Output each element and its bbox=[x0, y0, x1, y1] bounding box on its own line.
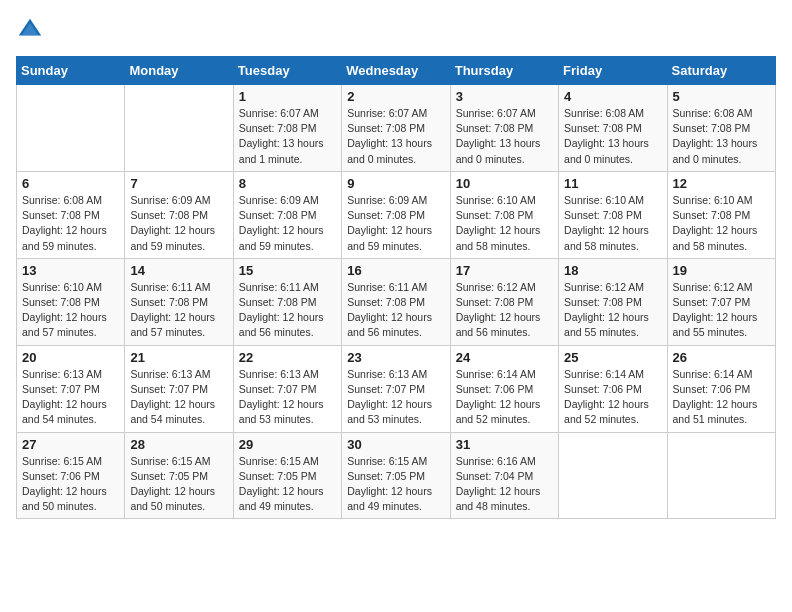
day-info: Sunrise: 6:13 AM Sunset: 7:07 PM Dayligh… bbox=[22, 367, 119, 428]
calendar-day-cell: 2Sunrise: 6:07 AM Sunset: 7:08 PM Daylig… bbox=[342, 85, 450, 172]
page-header bbox=[16, 16, 776, 44]
day-number: 4 bbox=[564, 89, 661, 104]
calendar-day-cell: 16Sunrise: 6:11 AM Sunset: 7:08 PM Dayli… bbox=[342, 258, 450, 345]
day-number: 14 bbox=[130, 263, 227, 278]
day-info: Sunrise: 6:12 AM Sunset: 7:08 PM Dayligh… bbox=[564, 280, 661, 341]
calendar-day-cell: 27Sunrise: 6:15 AM Sunset: 7:06 PM Dayli… bbox=[17, 432, 125, 519]
calendar-week-row: 20Sunrise: 6:13 AM Sunset: 7:07 PM Dayli… bbox=[17, 345, 776, 432]
day-info: Sunrise: 6:08 AM Sunset: 7:08 PM Dayligh… bbox=[564, 106, 661, 167]
calendar-day-cell: 5Sunrise: 6:08 AM Sunset: 7:08 PM Daylig… bbox=[667, 85, 775, 172]
day-info: Sunrise: 6:14 AM Sunset: 7:06 PM Dayligh… bbox=[564, 367, 661, 428]
day-info: Sunrise: 6:08 AM Sunset: 7:08 PM Dayligh… bbox=[673, 106, 770, 167]
day-number: 6 bbox=[22, 176, 119, 191]
calendar-day-cell: 18Sunrise: 6:12 AM Sunset: 7:08 PM Dayli… bbox=[559, 258, 667, 345]
calendar-week-row: 1Sunrise: 6:07 AM Sunset: 7:08 PM Daylig… bbox=[17, 85, 776, 172]
calendar-week-row: 27Sunrise: 6:15 AM Sunset: 7:06 PM Dayli… bbox=[17, 432, 776, 519]
day-info: Sunrise: 6:10 AM Sunset: 7:08 PM Dayligh… bbox=[564, 193, 661, 254]
weekday-header: Friday bbox=[559, 57, 667, 85]
day-info: Sunrise: 6:15 AM Sunset: 7:06 PM Dayligh… bbox=[22, 454, 119, 515]
day-info: Sunrise: 6:11 AM Sunset: 7:08 PM Dayligh… bbox=[347, 280, 444, 341]
calendar-day-cell: 14Sunrise: 6:11 AM Sunset: 7:08 PM Dayli… bbox=[125, 258, 233, 345]
calendar-day-cell: 13Sunrise: 6:10 AM Sunset: 7:08 PM Dayli… bbox=[17, 258, 125, 345]
calendar-day-cell bbox=[125, 85, 233, 172]
calendar-day-cell: 3Sunrise: 6:07 AM Sunset: 7:08 PM Daylig… bbox=[450, 85, 558, 172]
day-info: Sunrise: 6:14 AM Sunset: 7:06 PM Dayligh… bbox=[673, 367, 770, 428]
weekday-header: Tuesday bbox=[233, 57, 341, 85]
calendar-day-cell: 6Sunrise: 6:08 AM Sunset: 7:08 PM Daylig… bbox=[17, 171, 125, 258]
calendar-day-cell: 28Sunrise: 6:15 AM Sunset: 7:05 PM Dayli… bbox=[125, 432, 233, 519]
day-number: 28 bbox=[130, 437, 227, 452]
calendar-day-cell: 23Sunrise: 6:13 AM Sunset: 7:07 PM Dayli… bbox=[342, 345, 450, 432]
calendar-day-cell: 9Sunrise: 6:09 AM Sunset: 7:08 PM Daylig… bbox=[342, 171, 450, 258]
day-info: Sunrise: 6:11 AM Sunset: 7:08 PM Dayligh… bbox=[130, 280, 227, 341]
day-number: 2 bbox=[347, 89, 444, 104]
day-number: 24 bbox=[456, 350, 553, 365]
day-info: Sunrise: 6:11 AM Sunset: 7:08 PM Dayligh… bbox=[239, 280, 336, 341]
day-number: 15 bbox=[239, 263, 336, 278]
calendar-day-cell: 17Sunrise: 6:12 AM Sunset: 7:08 PM Dayli… bbox=[450, 258, 558, 345]
calendar-day-cell: 19Sunrise: 6:12 AM Sunset: 7:07 PM Dayli… bbox=[667, 258, 775, 345]
calendar-table: SundayMondayTuesdayWednesdayThursdayFrid… bbox=[16, 56, 776, 519]
day-info: Sunrise: 6:10 AM Sunset: 7:08 PM Dayligh… bbox=[673, 193, 770, 254]
day-number: 17 bbox=[456, 263, 553, 278]
day-info: Sunrise: 6:09 AM Sunset: 7:08 PM Dayligh… bbox=[130, 193, 227, 254]
day-info: Sunrise: 6:12 AM Sunset: 7:08 PM Dayligh… bbox=[456, 280, 553, 341]
day-info: Sunrise: 6:07 AM Sunset: 7:08 PM Dayligh… bbox=[456, 106, 553, 167]
day-info: Sunrise: 6:14 AM Sunset: 7:06 PM Dayligh… bbox=[456, 367, 553, 428]
day-info: Sunrise: 6:15 AM Sunset: 7:05 PM Dayligh… bbox=[347, 454, 444, 515]
calendar-day-cell: 31Sunrise: 6:16 AM Sunset: 7:04 PM Dayli… bbox=[450, 432, 558, 519]
weekday-header: Monday bbox=[125, 57, 233, 85]
calendar-day-cell: 20Sunrise: 6:13 AM Sunset: 7:07 PM Dayli… bbox=[17, 345, 125, 432]
calendar-day-cell: 1Sunrise: 6:07 AM Sunset: 7:08 PM Daylig… bbox=[233, 85, 341, 172]
weekday-header: Sunday bbox=[17, 57, 125, 85]
day-info: Sunrise: 6:09 AM Sunset: 7:08 PM Dayligh… bbox=[347, 193, 444, 254]
day-number: 27 bbox=[22, 437, 119, 452]
day-number: 30 bbox=[347, 437, 444, 452]
day-number: 22 bbox=[239, 350, 336, 365]
day-number: 21 bbox=[130, 350, 227, 365]
calendar-day-cell: 30Sunrise: 6:15 AM Sunset: 7:05 PM Dayli… bbox=[342, 432, 450, 519]
day-number: 12 bbox=[673, 176, 770, 191]
calendar-day-cell: 21Sunrise: 6:13 AM Sunset: 7:07 PM Dayli… bbox=[125, 345, 233, 432]
day-number: 5 bbox=[673, 89, 770, 104]
weekday-header: Thursday bbox=[450, 57, 558, 85]
calendar-day-cell: 11Sunrise: 6:10 AM Sunset: 7:08 PM Dayli… bbox=[559, 171, 667, 258]
calendar-week-row: 6Sunrise: 6:08 AM Sunset: 7:08 PM Daylig… bbox=[17, 171, 776, 258]
day-number: 8 bbox=[239, 176, 336, 191]
day-info: Sunrise: 6:13 AM Sunset: 7:07 PM Dayligh… bbox=[239, 367, 336, 428]
weekday-header: Wednesday bbox=[342, 57, 450, 85]
calendar-week-row: 13Sunrise: 6:10 AM Sunset: 7:08 PM Dayli… bbox=[17, 258, 776, 345]
calendar-day-cell bbox=[667, 432, 775, 519]
calendar-day-cell: 7Sunrise: 6:09 AM Sunset: 7:08 PM Daylig… bbox=[125, 171, 233, 258]
day-number: 7 bbox=[130, 176, 227, 191]
day-number: 31 bbox=[456, 437, 553, 452]
calendar-day-cell: 25Sunrise: 6:14 AM Sunset: 7:06 PM Dayli… bbox=[559, 345, 667, 432]
day-info: Sunrise: 6:09 AM Sunset: 7:08 PM Dayligh… bbox=[239, 193, 336, 254]
day-number: 10 bbox=[456, 176, 553, 191]
calendar-day-cell: 10Sunrise: 6:10 AM Sunset: 7:08 PM Dayli… bbox=[450, 171, 558, 258]
day-number: 13 bbox=[22, 263, 119, 278]
day-number: 19 bbox=[673, 263, 770, 278]
calendar-day-cell bbox=[559, 432, 667, 519]
calendar-day-cell: 8Sunrise: 6:09 AM Sunset: 7:08 PM Daylig… bbox=[233, 171, 341, 258]
day-info: Sunrise: 6:07 AM Sunset: 7:08 PM Dayligh… bbox=[347, 106, 444, 167]
calendar-day-cell: 12Sunrise: 6:10 AM Sunset: 7:08 PM Dayli… bbox=[667, 171, 775, 258]
day-number: 3 bbox=[456, 89, 553, 104]
day-info: Sunrise: 6:15 AM Sunset: 7:05 PM Dayligh… bbox=[239, 454, 336, 515]
day-info: Sunrise: 6:12 AM Sunset: 7:07 PM Dayligh… bbox=[673, 280, 770, 341]
day-info: Sunrise: 6:16 AM Sunset: 7:04 PM Dayligh… bbox=[456, 454, 553, 515]
calendar-day-cell: 26Sunrise: 6:14 AM Sunset: 7:06 PM Dayli… bbox=[667, 345, 775, 432]
day-info: Sunrise: 6:13 AM Sunset: 7:07 PM Dayligh… bbox=[130, 367, 227, 428]
calendar-day-cell: 4Sunrise: 6:08 AM Sunset: 7:08 PM Daylig… bbox=[559, 85, 667, 172]
day-number: 20 bbox=[22, 350, 119, 365]
calendar-day-cell bbox=[17, 85, 125, 172]
day-number: 25 bbox=[564, 350, 661, 365]
day-number: 16 bbox=[347, 263, 444, 278]
day-info: Sunrise: 6:08 AM Sunset: 7:08 PM Dayligh… bbox=[22, 193, 119, 254]
day-number: 29 bbox=[239, 437, 336, 452]
calendar-day-cell: 15Sunrise: 6:11 AM Sunset: 7:08 PM Dayli… bbox=[233, 258, 341, 345]
logo-icon bbox=[16, 16, 44, 44]
day-info: Sunrise: 6:10 AM Sunset: 7:08 PM Dayligh… bbox=[456, 193, 553, 254]
day-info: Sunrise: 6:10 AM Sunset: 7:08 PM Dayligh… bbox=[22, 280, 119, 341]
day-number: 9 bbox=[347, 176, 444, 191]
